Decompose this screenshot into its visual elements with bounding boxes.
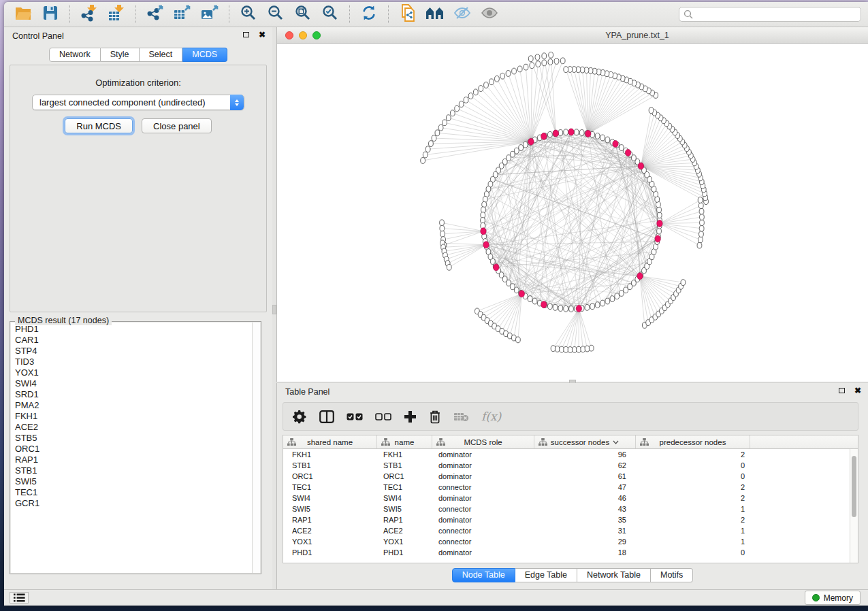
mcds-result-item[interactable]: ACE2 <box>15 422 252 433</box>
mcds-result-item[interactable]: GCR1 <box>15 498 252 509</box>
graph-node[interactable] <box>555 346 560 352</box>
graph-node[interactable] <box>547 303 552 310</box>
graph-node[interactable] <box>530 63 534 69</box>
mcds-hub-node[interactable] <box>655 235 660 242</box>
graph-node[interactable] <box>542 60 547 66</box>
graph-node[interactable] <box>624 287 628 293</box>
tab-style[interactable]: Style <box>101 48 140 62</box>
graph-node[interactable] <box>605 137 610 143</box>
mcds-hub-node[interactable] <box>519 291 524 297</box>
graph-node[interactable] <box>572 347 577 353</box>
graph-node[interactable] <box>468 93 473 99</box>
graph-node[interactable] <box>535 54 540 61</box>
graph-node[interactable] <box>657 207 662 213</box>
graph-node[interactable] <box>595 133 600 139</box>
table-row[interactable]: SWI5SWI5connector431 <box>283 503 850 514</box>
close-panel-button[interactable]: Close panel <box>142 118 212 133</box>
graph-node[interactable] <box>489 79 494 85</box>
graph-node[interactable] <box>698 237 703 243</box>
mcds-hub-node[interactable] <box>613 140 618 147</box>
graph-node[interactable] <box>569 306 574 312</box>
criterion-dropdown[interactable]: largest connected component (undirected) <box>32 95 244 110</box>
open-session-button[interactable] <box>11 4 35 24</box>
graph-node[interactable] <box>615 293 620 299</box>
close-window-icon[interactable] <box>285 31 293 39</box>
mcds-result-item[interactable]: FKH1 <box>15 411 252 422</box>
graph-node[interactable] <box>459 101 464 108</box>
graph-node[interactable] <box>699 231 704 237</box>
scrollbar-thumb[interactable] <box>852 456 856 517</box>
graph-node[interactable] <box>579 130 584 136</box>
mcds-result-item[interactable]: RAP1 <box>15 455 252 465</box>
graph-node[interactable] <box>495 76 500 82</box>
graph-node[interactable] <box>554 59 559 65</box>
export-network-button[interactable] <box>143 4 167 24</box>
mcds-list-scrollbar[interactable] <box>252 323 260 573</box>
import-network-button[interactable] <box>77 4 101 24</box>
graph-node[interactable] <box>447 264 451 270</box>
graph-node[interactable] <box>564 306 568 312</box>
float-panel-icon[interactable] <box>243 32 249 37</box>
graph-node[interactable] <box>619 145 624 151</box>
graph-node[interactable] <box>443 120 447 126</box>
column-header-MCDS-role[interactable]: MCDS role <box>432 435 534 448</box>
hide-selected-button[interactable] <box>450 4 475 24</box>
mcds-hub-node[interactable] <box>553 130 558 137</box>
graph-node[interactable] <box>536 61 541 67</box>
mcds-hub-node[interactable] <box>625 149 630 156</box>
graph-node[interactable] <box>484 82 489 88</box>
table-row[interactable]: SWI4SWI4dominator462 <box>283 493 850 503</box>
zoom-selected-button[interactable] <box>318 4 342 24</box>
mcds-result-item[interactable]: STP4 <box>15 346 252 357</box>
graph-node[interactable] <box>523 142 528 148</box>
export-image-button[interactable] <box>197 4 222 24</box>
graph-node[interactable] <box>590 303 595 310</box>
graph-node[interactable] <box>548 59 553 65</box>
zoom-out-button[interactable] <box>263 4 288 24</box>
tab-mcds[interactable]: MCDS <box>182 48 227 62</box>
graph-node[interactable] <box>532 298 537 304</box>
table-row[interactable]: STB1STB1dominator620 <box>283 460 850 471</box>
column-header-predecessor-nodes[interactable]: predecessor nodes <box>636 435 750 448</box>
graph-node[interactable] <box>528 296 532 302</box>
duplicate-network-button[interactable] <box>396 4 420 24</box>
graph-node[interactable] <box>423 152 428 158</box>
mcds-result-item[interactable]: TEC1 <box>15 487 252 498</box>
graph-node[interactable] <box>473 89 478 95</box>
graph-node[interactable] <box>446 115 451 121</box>
graph-node[interactable] <box>425 146 430 152</box>
graph-node[interactable] <box>558 306 563 312</box>
mcds-hub-node[interactable] <box>657 220 662 227</box>
graph-node[interactable] <box>524 64 528 70</box>
table-row[interactable]: ORC1ORC1dominator610 <box>283 471 850 482</box>
mcds-hub-node[interactable] <box>638 163 643 169</box>
table-row[interactable]: FKH1FKH1dominator962 <box>283 449 850 460</box>
mcds-result-item[interactable]: STB5 <box>15 433 252 444</box>
graph-node[interactable] <box>581 346 585 352</box>
mcds-result-item[interactable]: ORC1 <box>15 444 252 455</box>
mcds-hub-node[interactable] <box>528 138 534 145</box>
graph-node[interactable] <box>619 291 624 297</box>
table-row[interactable]: RAP1RAP1dominator352 <box>283 514 850 525</box>
graph-node[interactable] <box>542 53 547 59</box>
column-header-shared-name[interactable]: shared name <box>283 435 377 448</box>
graph-node[interactable] <box>528 56 533 62</box>
graph-node[interactable] <box>429 141 434 147</box>
graph-node[interactable] <box>681 280 686 286</box>
mcds-hub-node[interactable] <box>576 306 581 312</box>
mcds-result-list[interactable]: PHD1CAR1STP4TID3YOX1SWI4SRD1PMA2FKH1ACE2… <box>11 323 252 573</box>
graph-node[interactable] <box>700 214 705 220</box>
graph-node[interactable] <box>440 231 445 237</box>
mcds-result-item[interactable]: SRD1 <box>15 389 252 400</box>
graph-node[interactable] <box>605 298 610 304</box>
graph-node[interactable] <box>514 287 519 293</box>
graph-node[interactable] <box>657 228 662 234</box>
graph-node[interactable] <box>558 130 563 136</box>
import-table-button[interactable] <box>104 4 129 24</box>
graph-node[interactable] <box>500 73 505 79</box>
select-all-columns-button[interactable] <box>347 413 363 420</box>
graph-node[interactable] <box>564 67 568 73</box>
unselect-all-columns-button[interactable] <box>375 413 391 420</box>
table-settings-button[interactable] <box>293 410 307 424</box>
network-window-titlebar[interactable]: YPA_prune.txt_1 <box>277 27 868 44</box>
